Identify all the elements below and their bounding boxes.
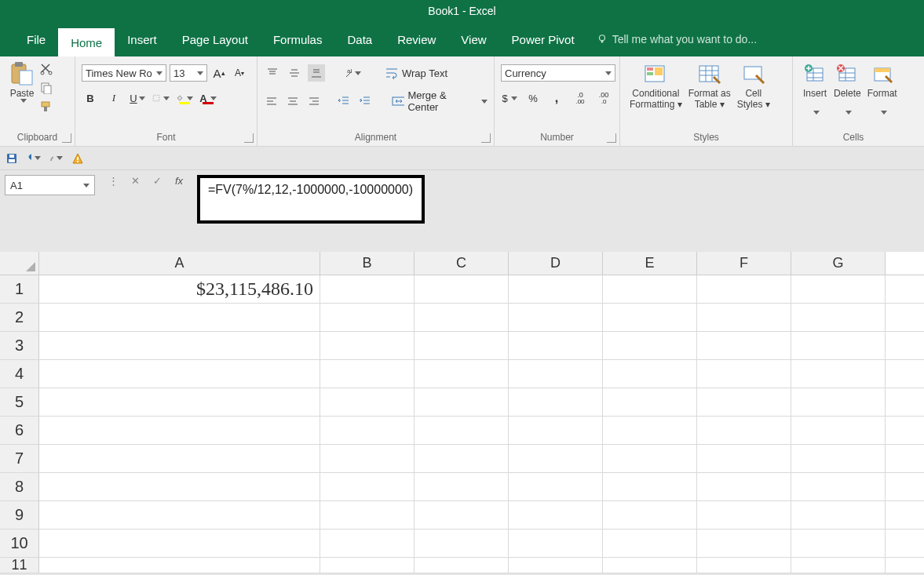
cell[interactable] [320, 501, 415, 529]
cell[interactable] [415, 558, 509, 573]
cell[interactable] [39, 501, 320, 529]
cell[interactable] [697, 360, 791, 388]
cell[interactable] [39, 360, 320, 388]
cell[interactable] [697, 445, 791, 472]
cell-e1[interactable] [603, 275, 697, 303]
cell[interactable] [509, 473, 603, 500]
cell[interactable] [415, 360, 509, 388]
insert-function-button[interactable]: fx [172, 175, 186, 187]
cell[interactable] [509, 417, 603, 444]
cell[interactable] [603, 558, 697, 573]
cell[interactable] [697, 304, 791, 331]
col-header-g[interactable]: G [791, 252, 886, 275]
cell[interactable] [509, 304, 603, 331]
row-header-1[interactable]: 1 [0, 275, 39, 303]
conditional-formatting-button[interactable]: ConditionalFormatting ▾ [626, 60, 685, 112]
cell[interactable] [320, 304, 415, 331]
increase-font-button[interactable]: A▴ [210, 64, 228, 82]
cell[interactable] [697, 388, 791, 416]
cell[interactable] [697, 558, 791, 573]
cell[interactable] [320, 558, 415, 573]
tab-formulas[interactable]: Formulas [261, 22, 335, 56]
tab-page-layout[interactable]: Page Layout [170, 22, 261, 56]
cell[interactable] [415, 501, 509, 529]
align-center-button[interactable] [285, 93, 301, 110]
cell[interactable] [320, 473, 415, 500]
cell[interactable] [509, 388, 603, 416]
cell[interactable] [320, 332, 415, 359]
align-middle-button[interactable] [286, 64, 303, 82]
row-header-8[interactable]: 8 [0, 473, 39, 500]
underline-button[interactable]: U [129, 89, 146, 107]
cell[interactable] [697, 473, 791, 500]
cell[interactable] [320, 445, 415, 472]
cell[interactable] [415, 530, 509, 557]
worksheet-grid[interactable]: A B C D E F G 1 $23,115,486.10 2 3 4 5 6… [0, 252, 924, 573]
cell-a1[interactable]: $23,115,486.10 [39, 275, 320, 303]
format-painter-button[interactable] [39, 100, 53, 113]
cell[interactable] [791, 445, 886, 472]
cell[interactable] [39, 530, 320, 557]
cell[interactable] [39, 445, 320, 472]
cell[interactable] [603, 388, 697, 416]
cell[interactable] [320, 417, 415, 444]
formula-bar[interactable]: =FV(7%/12,12,-1000000,-10000000) [197, 175, 425, 224]
cell[interactable] [320, 360, 415, 388]
cell[interactable] [603, 332, 697, 359]
cell[interactable] [415, 445, 509, 472]
formula-list-button[interactable]: ⋮ [106, 175, 120, 187]
cell[interactable] [39, 388, 320, 416]
cell[interactable] [791, 388, 886, 416]
row-header-3[interactable]: 3 [0, 332, 39, 359]
col-header-f[interactable]: F [697, 252, 791, 275]
accounting-format-button[interactable]: $ [501, 89, 518, 107]
cell[interactable] [603, 530, 697, 557]
cell[interactable] [39, 332, 320, 359]
paste-button[interactable]: Paste [6, 60, 38, 104]
name-box[interactable]: A1 [5, 175, 95, 195]
col-header-c[interactable]: C [415, 252, 509, 275]
merge-center-button[interactable]: Merge & Center [392, 89, 488, 113]
cell[interactable] [415, 304, 509, 331]
cell[interactable] [603, 360, 697, 388]
comma-button[interactable]: , [548, 89, 565, 107]
cell[interactable] [791, 304, 886, 331]
cell[interactable] [509, 332, 603, 359]
undo-button[interactable] [27, 152, 41, 165]
font-size-select[interactable]: 13 [170, 64, 207, 82]
row-header-2[interactable]: 2 [0, 304, 39, 331]
borders-button[interactable] [152, 89, 170, 107]
cell[interactable] [791, 501, 886, 529]
font-color-button[interactable]: A [199, 89, 217, 107]
dialog-launcher-icon[interactable] [607, 133, 616, 143]
cell[interactable] [320, 530, 415, 557]
tab-file[interactable]: File [14, 22, 58, 56]
format-cells-button[interactable]: Format [864, 60, 900, 116]
cell[interactable] [320, 388, 415, 416]
copy-button[interactable] [39, 82, 53, 94]
cell[interactable] [791, 530, 886, 557]
cell-d1[interactable] [509, 275, 603, 303]
cell[interactable] [697, 530, 791, 557]
cell[interactable] [603, 304, 697, 331]
orientation-button[interactable]: ab [344, 64, 361, 82]
col-header-e[interactable]: E [603, 252, 697, 275]
insert-cells-button[interactable]: Insert [799, 60, 831, 116]
decrease-decimal-button[interactable]: .00.0 [595, 89, 612, 107]
cell[interactable] [415, 332, 509, 359]
fill-color-button[interactable] [176, 89, 193, 107]
cell-b1[interactable] [320, 275, 415, 303]
cell[interactable] [697, 417, 791, 444]
cell-styles-button[interactable]: CellStyles ▾ [734, 60, 773, 112]
cell[interactable] [39, 558, 320, 573]
cell[interactable] [415, 417, 509, 444]
col-header-a[interactable]: A [39, 252, 320, 275]
col-header-d[interactable]: D [509, 252, 603, 275]
cell[interactable] [791, 473, 886, 500]
dialog-launcher-icon[interactable] [481, 133, 491, 143]
row-header-10[interactable]: 10 [0, 530, 39, 557]
cell[interactable] [697, 332, 791, 359]
cancel-formula-button[interactable]: ✕ [128, 175, 142, 187]
row-header-4[interactable]: 4 [0, 360, 39, 388]
tab-power-pivot[interactable]: Power Pivot [499, 22, 587, 56]
